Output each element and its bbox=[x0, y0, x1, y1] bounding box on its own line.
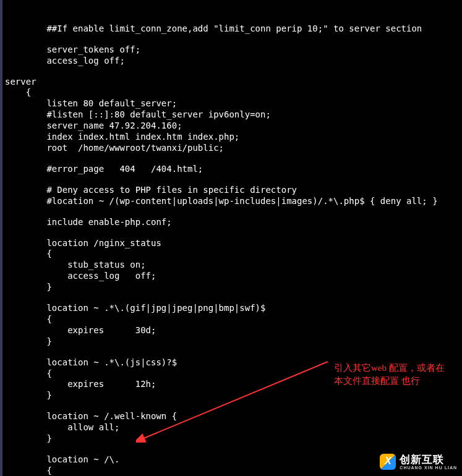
config-line: # Deny access to PHP files in specific d… bbox=[5, 185, 462, 196]
config-line: access_log off; bbox=[5, 271, 462, 282]
config-line: server bbox=[5, 77, 462, 88]
config-line: location ~ .*\.(gif|jpg|jpeg|png|bmp|swf… bbox=[5, 303, 462, 314]
config-line: } bbox=[5, 433, 462, 444]
config-line: index index.html index.htm index.php; bbox=[5, 132, 462, 143]
terminal-output[interactable]: ##If enable limit_conn_zone,add "limit_c… bbox=[0, 0, 462, 476]
config-line: allow all; bbox=[5, 422, 462, 433]
config-line: { bbox=[5, 249, 462, 260]
annotation-text: 引入其它web 配置，或者在 本文件直接配置 也行 bbox=[334, 362, 458, 388]
watermark-text: 创新互联 CHUANG XIN HU LIAN bbox=[400, 453, 457, 470]
config-line bbox=[5, 207, 462, 217]
config-line: #listen [::]:80 default_server ipv6only=… bbox=[5, 109, 462, 121]
config-line bbox=[5, 228, 462, 238]
config-line bbox=[5, 347, 462, 357]
watermark-logo-icon: X bbox=[380, 454, 396, 470]
config-line: } bbox=[5, 282, 462, 293]
config-line: location ~ /.well-known { bbox=[5, 411, 462, 422]
config-line: access_log off; bbox=[5, 56, 462, 67]
config-line bbox=[5, 154, 462, 164]
annotation-line2: 本文件直接配置 也行 bbox=[334, 376, 420, 386]
config-line bbox=[5, 401, 462, 411]
watermark: X 创新互联 CHUANG XIN HU LIAN bbox=[380, 453, 457, 470]
config-line: #location ~ /(wp-content|uploads|wp-incl… bbox=[5, 196, 462, 207]
config-line: #error_page 404 /404.html; bbox=[5, 164, 462, 175]
config-line bbox=[5, 293, 462, 303]
config-line: expires 30d; bbox=[5, 325, 462, 336]
config-line: server_name 47.92.204.160; bbox=[5, 121, 462, 132]
config-line: } bbox=[5, 390, 462, 401]
config-line bbox=[5, 67, 462, 77]
config-line: stub_status on; bbox=[5, 260, 462, 271]
config-line: root /home/wwwroot/twanxi/public; bbox=[5, 143, 462, 154]
config-line: { bbox=[5, 314, 462, 325]
config-line: location /nginx_status bbox=[5, 238, 462, 249]
annotation-line1: 引入其它web 配置，或者在 bbox=[334, 363, 445, 373]
config-line: listen 80 default_server; bbox=[5, 98, 462, 109]
config-line: include enable-php.conf; bbox=[5, 217, 462, 228]
config-line: server_tokens off; bbox=[5, 45, 462, 56]
config-line: } bbox=[5, 336, 462, 347]
config-line bbox=[5, 35, 462, 45]
config-line: { bbox=[5, 87, 462, 98]
config-line bbox=[5, 175, 462, 185]
config-line: ##If enable limit_conn_zone,add "limit_c… bbox=[5, 23, 462, 35]
